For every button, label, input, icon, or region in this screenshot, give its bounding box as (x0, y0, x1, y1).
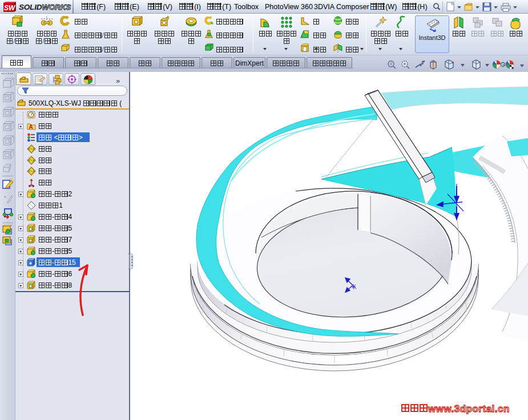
svg-text:SW: SW (4, 4, 16, 12)
svg-text:A: A (29, 124, 33, 130)
